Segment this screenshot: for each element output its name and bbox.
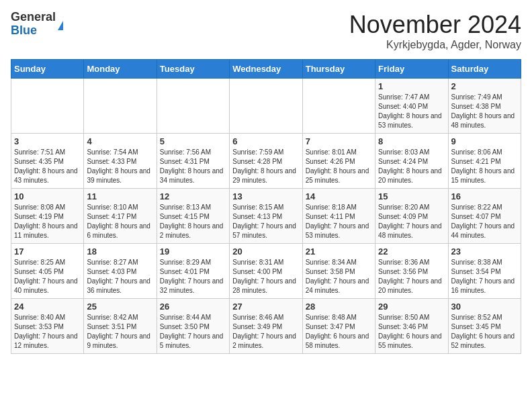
- calendar-day: 7Sunrise: 8:01 AMSunset: 4:26 PMDaylight…: [302, 134, 375, 189]
- day-number: 7: [306, 136, 372, 146]
- day-number: 28: [306, 302, 372, 312]
- empty-day: [11, 79, 84, 134]
- title-block: November 2024 Kyrkjebygda, Agder, Norway: [349, 11, 521, 51]
- day-info: Sunrise: 7:56 AMSunset: 4:31 PMDaylight:…: [160, 148, 226, 185]
- calendar-day: 19Sunrise: 8:29 AMSunset: 4:01 PMDayligh…: [157, 244, 229, 299]
- day-number: 18: [87, 246, 153, 257]
- day-info: Sunrise: 8:22 AMSunset: 4:07 PMDaylight:…: [451, 203, 518, 240]
- calendar-day: 28Sunrise: 8:48 AMSunset: 3:47 PMDayligh…: [302, 299, 375, 354]
- empty-day: [230, 79, 302, 134]
- day-info: Sunrise: 8:06 AMSunset: 4:21 PMDaylight:…: [451, 148, 518, 185]
- calendar: SundayMondayTuesdayWednesdayThursdayFrid…: [11, 59, 521, 354]
- day-info: Sunrise: 7:51 AMSunset: 4:35 PMDaylight:…: [14, 148, 81, 185]
- day-number: 30: [451, 302, 518, 312]
- calendar-day: 20Sunrise: 8:31 AMSunset: 4:00 PMDayligh…: [230, 244, 302, 299]
- day-number: 11: [87, 191, 153, 201]
- day-info: Sunrise: 7:49 AMSunset: 4:38 PMDaylight:…: [451, 93, 518, 130]
- day-number: 1: [378, 81, 445, 91]
- weekday-header: Wednesday: [230, 60, 302, 79]
- empty-day: [84, 79, 157, 134]
- day-number: 16: [451, 191, 518, 201]
- calendar-day: 24Sunrise: 8:40 AMSunset: 3:53 PMDayligh…: [11, 299, 84, 354]
- day-number: 24: [14, 302, 81, 312]
- day-number: 9: [451, 136, 518, 146]
- logo-blue: Blue: [11, 24, 56, 38]
- day-number: 27: [232, 302, 299, 312]
- day-number: 21: [306, 246, 372, 257]
- calendar-day: 23Sunrise: 8:38 AMSunset: 3:54 PMDayligh…: [448, 244, 521, 299]
- day-number: 26: [160, 302, 226, 312]
- day-number: 8: [378, 136, 445, 146]
- day-info: Sunrise: 8:18 AMSunset: 4:11 PMDaylight:…: [306, 203, 372, 240]
- day-info: Sunrise: 7:54 AMSunset: 4:33 PMDaylight:…: [87, 148, 153, 185]
- calendar-day: 12Sunrise: 8:13 AMSunset: 4:15 PMDayligh…: [157, 189, 229, 244]
- day-number: 20: [232, 246, 299, 257]
- day-info: Sunrise: 8:29 AMSunset: 4:01 PMDaylight:…: [160, 258, 226, 295]
- calendar-day: 15Sunrise: 8:20 AMSunset: 4:09 PMDayligh…: [375, 189, 448, 244]
- day-number: 12: [160, 191, 226, 201]
- day-info: Sunrise: 8:52 AMSunset: 3:45 PMDaylight:…: [451, 313, 518, 351]
- calendar-day: 17Sunrise: 8:25 AMSunset: 4:05 PMDayligh…: [11, 244, 84, 299]
- day-info: Sunrise: 8:08 AMSunset: 4:19 PMDaylight:…: [14, 203, 81, 240]
- day-info: Sunrise: 8:13 AMSunset: 4:15 PMDaylight:…: [160, 203, 226, 240]
- calendar-day: 5Sunrise: 7:56 AMSunset: 4:31 PMDaylight…: [157, 134, 229, 189]
- calendar-header: SundayMondayTuesdayWednesdayThursdayFrid…: [11, 60, 521, 79]
- day-info: Sunrise: 8:31 AMSunset: 4:00 PMDaylight:…: [232, 258, 299, 295]
- calendar-day: 29Sunrise: 8:50 AMSunset: 3:46 PMDayligh…: [375, 299, 448, 354]
- day-info: Sunrise: 8:40 AMSunset: 3:53 PMDaylight:…: [14, 313, 81, 351]
- calendar-day: 4Sunrise: 7:54 AMSunset: 4:33 PMDaylight…: [84, 134, 157, 189]
- page-header: General Blue November 2024 Kyrkjebygda, …: [11, 11, 521, 51]
- empty-day: [157, 79, 229, 134]
- calendar-day: 26Sunrise: 8:44 AMSunset: 3:50 PMDayligh…: [157, 299, 229, 354]
- day-number: 4: [87, 136, 153, 146]
- day-info: Sunrise: 8:50 AMSunset: 3:46 PMDaylight:…: [378, 313, 445, 351]
- day-number: 17: [14, 246, 81, 257]
- day-info: Sunrise: 8:20 AMSunset: 4:09 PMDaylight:…: [378, 203, 445, 240]
- day-number: 19: [160, 246, 226, 257]
- calendar-day: 11Sunrise: 8:10 AMSunset: 4:17 PMDayligh…: [84, 189, 157, 244]
- day-info: Sunrise: 8:15 AMSunset: 4:13 PMDaylight:…: [232, 203, 299, 240]
- weekday-header: Thursday: [302, 60, 375, 79]
- day-number: 15: [378, 191, 445, 201]
- calendar-day: 9Sunrise: 8:06 AMSunset: 4:21 PMDaylight…: [448, 134, 521, 189]
- empty-day: [302, 79, 375, 134]
- day-number: 2: [451, 81, 518, 91]
- day-info: Sunrise: 8:48 AMSunset: 3:47 PMDaylight:…: [306, 313, 372, 351]
- calendar-day: 2Sunrise: 7:49 AMSunset: 4:38 PMDaylight…: [448, 79, 521, 134]
- day-info: Sunrise: 7:47 AMSunset: 4:40 PMDaylight:…: [378, 93, 445, 130]
- logo: General Blue: [11, 11, 63, 38]
- day-info: Sunrise: 8:34 AMSunset: 3:58 PMDaylight:…: [306, 258, 372, 295]
- day-number: 6: [232, 136, 299, 146]
- day-info: Sunrise: 8:25 AMSunset: 4:05 PMDaylight:…: [14, 258, 81, 295]
- weekday-header: Saturday: [448, 60, 521, 79]
- day-number: 29: [378, 302, 445, 312]
- day-number: 5: [160, 136, 226, 146]
- location: Kyrkjebygda, Agder, Norway: [349, 39, 521, 51]
- calendar-day: 21Sunrise: 8:34 AMSunset: 3:58 PMDayligh…: [302, 244, 375, 299]
- day-info: Sunrise: 8:10 AMSunset: 4:17 PMDaylight:…: [87, 203, 153, 240]
- calendar-day: 6Sunrise: 7:59 AMSunset: 4:28 PMDaylight…: [230, 134, 302, 189]
- day-number: 3: [14, 136, 81, 146]
- weekday-header: Tuesday: [157, 60, 229, 79]
- logo-general: General: [11, 11, 56, 24]
- day-info: Sunrise: 8:27 AMSunset: 4:03 PMDaylight:…: [87, 258, 153, 295]
- weekday-header: Monday: [84, 60, 157, 79]
- day-number: 10: [14, 191, 81, 201]
- calendar-day: 3Sunrise: 7:51 AMSunset: 4:35 PMDaylight…: [11, 134, 84, 189]
- weekday-header: Sunday: [11, 60, 84, 79]
- month-title: November 2024: [349, 11, 521, 39]
- calendar-day: 1Sunrise: 7:47 AMSunset: 4:40 PMDaylight…: [375, 79, 448, 134]
- calendar-day: 16Sunrise: 8:22 AMSunset: 4:07 PMDayligh…: [448, 189, 521, 244]
- day-info: Sunrise: 8:36 AMSunset: 3:56 PMDaylight:…: [378, 258, 445, 295]
- calendar-day: 18Sunrise: 8:27 AMSunset: 4:03 PMDayligh…: [84, 244, 157, 299]
- calendar-day: 13Sunrise: 8:15 AMSunset: 4:13 PMDayligh…: [230, 189, 302, 244]
- day-number: 22: [378, 246, 445, 257]
- day-info: Sunrise: 8:46 AMSunset: 3:49 PMDaylight:…: [232, 313, 299, 351]
- calendar-day: 10Sunrise: 8:08 AMSunset: 4:19 PMDayligh…: [11, 189, 84, 244]
- day-number: 23: [451, 246, 518, 257]
- day-info: Sunrise: 7:59 AMSunset: 4:28 PMDaylight:…: [232, 148, 299, 185]
- day-number: 14: [306, 191, 372, 201]
- day-info: Sunrise: 8:01 AMSunset: 4:26 PMDaylight:…: [306, 148, 372, 185]
- calendar-day: 27Sunrise: 8:46 AMSunset: 3:49 PMDayligh…: [230, 299, 302, 354]
- calendar-day: 8Sunrise: 8:03 AMSunset: 4:24 PMDaylight…: [375, 134, 448, 189]
